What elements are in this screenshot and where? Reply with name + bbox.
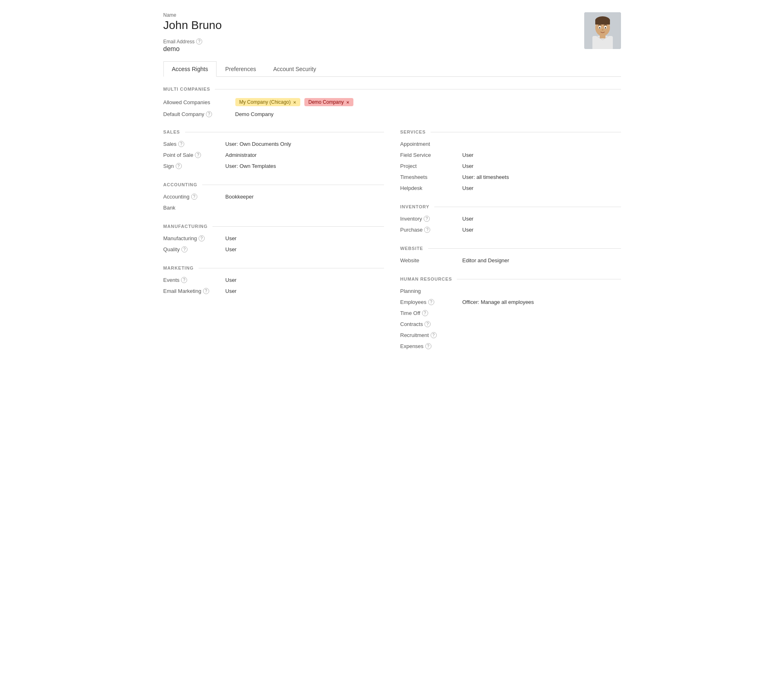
employees-field-label: Employees ? xyxy=(400,299,458,305)
website-field-label: Website xyxy=(400,257,458,263)
tag-demo-company-remove[interactable]: × xyxy=(346,100,349,105)
inventory-title: INVENTORY xyxy=(400,204,430,209)
svg-point-8 xyxy=(599,27,600,29)
field-service-field-row: Field Service User xyxy=(400,152,621,158)
hr-section: HUMAN RESOURCES Planning Employees ? Off… xyxy=(400,277,621,349)
hr-title: HUMAN RESOURCES xyxy=(400,277,452,281)
marketing-title: MARKETING xyxy=(163,266,194,270)
website-line xyxy=(428,248,621,249)
marketing-line xyxy=(199,268,384,268)
recruitment-field-row: Recruitment ? xyxy=(400,332,621,338)
accounting-line xyxy=(202,185,384,185)
manufacturing-field-row: Manufacturing ? User xyxy=(163,235,384,241)
sales-field-label: Sales ? xyxy=(163,141,221,147)
manufacturing-title: MANUFACTURING xyxy=(163,224,208,229)
tab-account-security[interactable]: Account Security xyxy=(265,61,325,77)
svg-point-9 xyxy=(605,27,606,29)
purchase-help-icon[interactable]: ? xyxy=(424,227,430,233)
tag-my-company-remove[interactable]: × xyxy=(293,100,297,105)
sales-field-row: Sales ? User: Own Documents Only xyxy=(163,141,384,147)
accounting-title: ACCOUNTING xyxy=(163,182,197,187)
tag-demo-company-label: Demo Company xyxy=(308,99,344,105)
time-off-field-label: Time Off ? xyxy=(400,310,458,316)
accounting-field-label: Accounting ? xyxy=(163,194,221,200)
events-field-label: Events ? xyxy=(163,277,221,283)
sign-help-icon[interactable]: ? xyxy=(176,163,182,169)
manufacturing-help-icon[interactable]: ? xyxy=(199,235,205,241)
sales-header: SALES xyxy=(163,129,384,134)
appointment-field-label: Appointment xyxy=(400,141,458,147)
employees-field-value: Officer: Manage all employees xyxy=(462,299,534,305)
timesheets-field-label: Timesheets xyxy=(400,174,458,180)
appointment-field-row: Appointment xyxy=(400,141,621,147)
svg-rect-5 xyxy=(595,20,610,25)
accounting-field-value: Bookkeeper xyxy=(226,194,254,200)
pos-help-icon[interactable]: ? xyxy=(195,152,201,158)
bank-field-row: Bank xyxy=(163,205,384,211)
avatar xyxy=(584,12,621,49)
timesheets-field-value: User: all timesheets xyxy=(462,174,509,180)
email-marketing-help-icon[interactable]: ? xyxy=(203,288,209,294)
inventory-section: INVENTORY Inventory ? User Purchase ? Us… xyxy=(400,204,621,233)
purchase-field-value: User xyxy=(462,227,474,233)
email-value: demo xyxy=(163,45,222,53)
email-marketing-field-label: Email Marketing ? xyxy=(163,288,221,294)
sales-field-value: User: Own Documents Only xyxy=(226,141,291,147)
two-col-sections: SALES Sales ? User: Own Documents Only P… xyxy=(163,129,621,362)
purchase-field-label: Purchase ? xyxy=(400,227,458,233)
accounting-help-icon[interactable]: ? xyxy=(191,194,197,200)
events-field-row: Events ? User xyxy=(163,277,384,283)
field-service-field-value: User xyxy=(462,152,474,158)
services-title: SERVICES xyxy=(400,129,426,134)
email-address-label: Email Address ? xyxy=(163,38,222,45)
contracts-field-label: Contracts ? xyxy=(400,321,458,327)
default-company-help-icon[interactable]: ? xyxy=(206,111,212,117)
name-label: Name xyxy=(163,12,222,18)
quality-field-label: Quality ? xyxy=(163,246,221,252)
tab-preferences[interactable]: Preferences xyxy=(217,61,264,77)
email-help-icon[interactable]: ? xyxy=(196,38,202,45)
tag-my-company-label: My Company (Chicago) xyxy=(239,99,291,105)
project-field-value: User xyxy=(462,163,474,169)
inventory-help-icon[interactable]: ? xyxy=(424,216,430,222)
tag-demo-company: Demo Company × xyxy=(304,98,353,106)
employees-help-icon[interactable]: ? xyxy=(428,299,434,305)
allowed-companies-tags: My Company (Chicago) × Demo Company × xyxy=(235,98,356,106)
email-marketing-field-value: User xyxy=(226,288,237,294)
manufacturing-header: MANUFACTURING xyxy=(163,224,384,229)
accounting-field-row: Accounting ? Bookkeeper xyxy=(163,194,384,200)
tab-access-rights[interactable]: Access Rights xyxy=(163,61,217,77)
helpdesk-field-value: User xyxy=(462,185,474,191)
header-section: Name John Bruno Email Address ? demo xyxy=(163,12,621,53)
accounting-header: ACCOUNTING xyxy=(163,182,384,187)
inventory-line xyxy=(434,207,621,207)
services-line xyxy=(431,132,621,132)
default-company-label: Default Company ? xyxy=(163,111,229,117)
project-field-label: Project xyxy=(400,163,458,169)
recruitment-field-label: Recruitment ? xyxy=(400,332,458,338)
header-left: Name John Bruno Email Address ? demo xyxy=(163,12,222,53)
pos-field-value: Administrator xyxy=(226,152,257,158)
expenses-help-icon[interactable]: ? xyxy=(425,343,431,349)
accounting-section: ACCOUNTING Accounting ? Bookkeeper Bank xyxy=(163,182,384,211)
inventory-header: INVENTORY xyxy=(400,204,621,209)
expenses-field-label: Expenses ? xyxy=(400,343,458,349)
purchase-field-row: Purchase ? User xyxy=(400,227,621,233)
inventory-field-row: Inventory ? User xyxy=(400,216,621,222)
events-help-icon[interactable]: ? xyxy=(181,277,187,283)
inventory-field-value: User xyxy=(462,216,474,222)
sales-help-icon[interactable]: ? xyxy=(178,141,184,147)
events-field-value: User xyxy=(226,277,237,283)
sign-field-row: Sign ? User: Own Templates xyxy=(163,163,384,169)
marketing-header: MARKETING xyxy=(163,266,384,270)
contracts-field-row: Contracts ? xyxy=(400,321,621,327)
pos-field-label: Point of Sale ? xyxy=(163,152,221,158)
default-company-row: Default Company ? Demo Company xyxy=(163,111,621,117)
time-off-help-icon[interactable]: ? xyxy=(422,310,428,316)
svg-point-10 xyxy=(602,29,603,31)
bank-field-label: Bank xyxy=(163,205,221,211)
multi-companies-section: MULTI COMPANIES Allowed Companies My Com… xyxy=(163,87,621,117)
contracts-help-icon[interactable]: ? xyxy=(424,321,431,327)
quality-help-icon[interactable]: ? xyxy=(181,246,188,252)
recruitment-help-icon[interactable]: ? xyxy=(431,332,437,338)
